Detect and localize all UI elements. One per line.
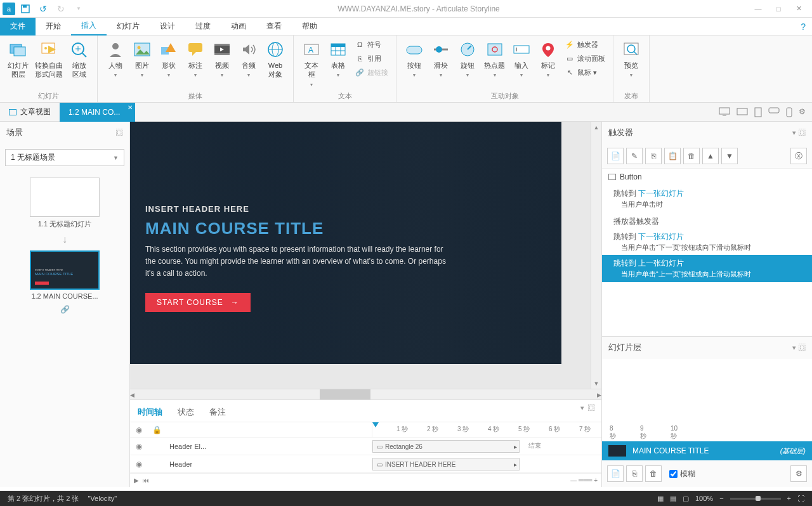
- tab-story-view[interactable]: 文章视图: [0, 103, 60, 122]
- horizontal-scrollbar[interactable]: ◀ ▶: [130, 389, 601, 399]
- ribbon-引用-button[interactable]: ⎘引用: [352, 52, 391, 65]
- tablet-portrait-icon[interactable]: [754, 107, 762, 117]
- ribbon-hotspot-button[interactable]: 热点题▾: [481, 38, 508, 81]
- scene-selector[interactable]: 1 无标题场景 ▼: [5, 149, 124, 166]
- trigger-row[interactable]: 跳转到 上一张幻灯片当用户单击“上一页”按钮或向上滑动鼠标时: [602, 255, 812, 282]
- scroll-left-icon[interactable]: ◀: [130, 389, 134, 400]
- variables-button[interactable]: ⓧ: [790, 148, 807, 164]
- panel-menu-icon[interactable]: ▾: [792, 344, 796, 352]
- view-single-icon[interactable]: ▢: [683, 495, 689, 503]
- base-layer-item[interactable]: MAIN COURSE TITLE (基础层): [602, 441, 812, 460]
- ribbon-dial-button[interactable]: 旋钮▾: [455, 38, 480, 81]
- thumb-box[interactable]: [30, 178, 100, 217]
- ribbon-layers-button[interactable]: 幻灯片图层: [5, 38, 31, 81]
- scrollbar-thumb[interactable]: [320, 389, 370, 399]
- timeline-ruler[interactable]: 1 秒2 秒3 秒4 秒5 秒6 秒7 秒8 秒9 秒10 秒: [372, 422, 601, 437]
- visibility-column-icon[interactable]: ◉: [130, 425, 148, 434]
- menu-幻灯片[interactable]: 幻灯片: [107, 18, 150, 36]
- panel-dock-icon[interactable]: ⿴: [799, 344, 806, 352]
- menu-插入[interactable]: 插入: [71, 18, 107, 36]
- menu-查看[interactable]: 查看: [256, 18, 292, 36]
- menu-动画[interactable]: 动画: [221, 18, 256, 36]
- trigger-row[interactable]: 跳转到 下一张幻灯片当用户单击时: [602, 185, 812, 212]
- scroll-up-icon[interactable]: ▲: [591, 122, 601, 133]
- phone-portrait-icon[interactable]: [786, 107, 792, 117]
- menu-帮助[interactable]: 帮助: [292, 18, 327, 36]
- fit-button[interactable]: ⛶: [797, 495, 804, 502]
- zoom-handle[interactable]: [756, 496, 761, 501]
- zoom-slider[interactable]: [730, 498, 781, 500]
- eye-icon[interactable]: ◉: [130, 442, 148, 451]
- panel-dock-icon[interactable]: ⿴: [799, 129, 806, 137]
- panel-dock-icon[interactable]: ⿴: [588, 404, 595, 412]
- ribbon-slider-button[interactable]: 滑块▾: [428, 38, 454, 81]
- edit-trigger-button[interactable]: ✎: [626, 148, 643, 164]
- start-course-button[interactable]: START COURSE →: [145, 293, 251, 312]
- panel-menu-icon[interactable]: ▾: [792, 129, 796, 137]
- timeline-tab-状态[interactable]: 状态: [176, 403, 195, 422]
- add-layer-button[interactable]: 📄: [607, 465, 624, 482]
- menu-过度[interactable]: 过度: [185, 18, 221, 36]
- ribbon-input-button[interactable]: 输入▾: [509, 38, 534, 81]
- ribbon-触发器-button[interactable]: ⚡触发器: [562, 38, 608, 51]
- vertical-scrollbar[interactable]: ▲ ▼: [591, 122, 601, 389]
- ribbon-picture-button[interactable]: 图片▾: [129, 38, 155, 81]
- ribbon-符号-button[interactable]: Ω符号: [352, 38, 391, 51]
- phone-landscape-icon[interactable]: [768, 107, 780, 117]
- qat-dropdown[interactable]: ▼: [71, 1, 86, 16]
- duplicate-layer-button[interactable]: ⎘: [626, 465, 643, 482]
- rewind-button[interactable]: ⏮: [143, 477, 149, 484]
- ribbon-超链接-button[interactable]: 🔗超链接: [352, 66, 391, 79]
- thumb-box[interactable]: INSERT HEADER HEREMAIN COURSE TITLE: [30, 250, 100, 290]
- slide-title-text[interactable]: MAIN COURSE TITLE: [145, 219, 546, 238]
- ribbon-marker-button[interactable]: 标记▾: [535, 38, 561, 81]
- maximize-button[interactable]: □: [769, 3, 788, 15]
- copy-trigger-button[interactable]: ⎘: [645, 148, 662, 164]
- redo-button[interactable]: ↻: [53, 1, 69, 16]
- eye-icon[interactable]: ◉: [130, 460, 148, 469]
- ribbon-textbox-button[interactable]: A文本框▾: [299, 38, 324, 89]
- ribbon-button-button[interactable]: 按钮▾: [402, 38, 427, 81]
- play-button[interactable]: ▶: [134, 477, 139, 484]
- ribbon-zoom-button[interactable]: 缩放区域: [67, 38, 92, 81]
- close-icon[interactable]: ✕: [128, 104, 133, 111]
- help-icon[interactable]: ?: [801, 22, 806, 32]
- desktop-icon[interactable]: [719, 107, 730, 117]
- timeline-row[interactable]: ◉Header El...▭Rectangle 26▸结束: [130, 438, 601, 455]
- blur-checkbox[interactable]: 模糊: [669, 469, 695, 479]
- view-list-icon[interactable]: ▤: [670, 495, 676, 503]
- ribbon-table-button[interactable]: 表格▾: [325, 38, 351, 81]
- undo-button[interactable]: ↺: [36, 1, 51, 16]
- tab-slide[interactable]: 1.2 MAIN CO... ✕: [60, 103, 135, 122]
- playhead-icon[interactable]: [372, 422, 379, 427]
- paste-trigger-button[interactable]: 📋: [664, 148, 681, 164]
- slide-thumb-2[interactable]: INSERT HEADER HEREMAIN COURSE TITLE1.2 M…: [30, 250, 100, 300]
- move-up-button[interactable]: ▲: [702, 148, 719, 164]
- view-grid-icon[interactable]: ▦: [657, 495, 664, 503]
- slide-canvas[interactable]: INSERT HEADER HERE MAIN COURSE TITLE Thi…: [130, 122, 561, 364]
- ribbon-convert-button[interactable]: 转换自由形式问题: [32, 38, 65, 81]
- save-button[interactable]: [18, 1, 33, 16]
- ribbon-滚动面板-button[interactable]: ▭滚动面板: [562, 52, 608, 65]
- slide-thumb-1[interactable]: 1.1 无标题幻灯片: [30, 178, 100, 229]
- menu-file[interactable]: 文件: [0, 18, 36, 36]
- zoom-in-button[interactable]: +: [787, 495, 791, 502]
- collapse-icon[interactable]: ⿴: [116, 129, 123, 136]
- timeline-row[interactable]: ◉Header▭INSERT HEADER HERE▸: [130, 455, 601, 473]
- move-down-button[interactable]: ▼: [721, 148, 738, 164]
- timeline-tab-备注[interactable]: 备注: [208, 403, 227, 422]
- track[interactable]: ▭Rectangle 26▸结束: [372, 438, 601, 455]
- add-trigger-button[interactable]: 📄: [607, 148, 624, 164]
- ribbon-web-button[interactable]: Web对象: [263, 38, 288, 81]
- gear-icon[interactable]: ⚙: [799, 107, 806, 117]
- scroll-right-icon[interactable]: ▶: [597, 389, 601, 400]
- tablet-landscape-icon[interactable]: [737, 107, 748, 117]
- ribbon-鼠标-button[interactable]: ↖鼠标 ▾: [562, 66, 608, 79]
- ribbon-person-button[interactable]: 人物▾: [103, 38, 128, 81]
- slide-header-text[interactable]: INSERT HEADER HERE: [145, 204, 546, 214]
- delete-trigger-button[interactable]: 🗑: [683, 148, 700, 164]
- ribbon-audio-button[interactable]: 音频▾: [236, 38, 261, 81]
- delete-layer-button[interactable]: 🗑: [645, 465, 662, 482]
- clip[interactable]: ▭INSERT HEADER HERE▸: [372, 458, 520, 470]
- ribbon-callout-button[interactable]: 标注▾: [183, 38, 208, 81]
